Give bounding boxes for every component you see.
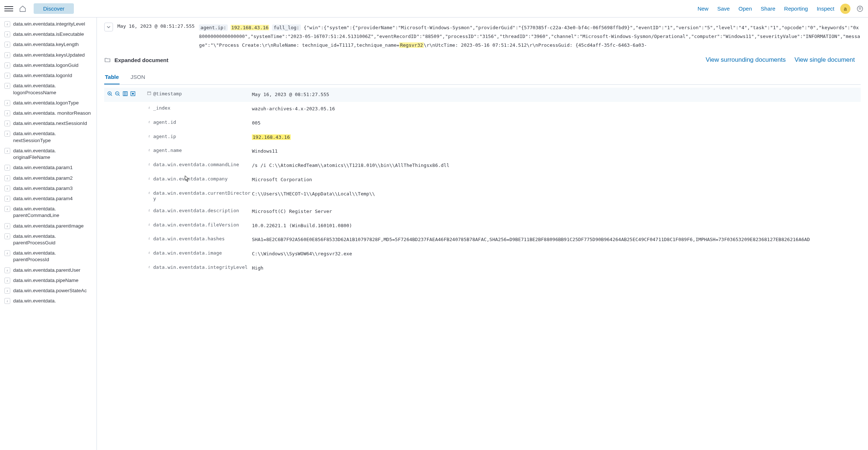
field-name-label: data.win.eventdata.powerStateAc <box>13 287 87 294</box>
field-name-label: data.win.eventdata.keysUpdated <box>13 52 85 58</box>
row-actions <box>104 91 145 96</box>
table-row: tdata.win.eventdata.companyMicrosoft Cor… <box>104 173 861 187</box>
field-item[interactable]: tdata.win.eventdata.parentImage <box>3 221 94 231</box>
doc-timestamp: May 16, 2023 @ 08:51:27.555 <box>117 22 195 29</box>
tab-json[interactable]: JSON <box>130 70 146 84</box>
row-type-icon: t <box>145 250 153 255</box>
topbar: Discover New Save Open Share Reporting I… <box>0 0 868 18</box>
link-save[interactable]: Save <box>717 5 730 12</box>
field-item[interactable]: tdata.win.eventdata.param4 <box>3 194 94 204</box>
field-name-label: data.win.eventdata. originalFileName <box>13 148 92 161</box>
field-item[interactable]: tdata.win.eventdata. nextSessionType <box>3 129 94 145</box>
field-type-icon: t <box>4 267 10 273</box>
row-type-icon: t <box>145 222 153 226</box>
field-item[interactable]: tdata.win.eventdata.param1 <box>3 163 94 173</box>
row-type-icon: t <box>145 148 153 152</box>
row-value: /s /i C:\\AtomicRedTeam\\atomics\\T1218.… <box>252 162 861 169</box>
view-surrounding-link[interactable]: View surrounding documents <box>706 56 786 64</box>
field-name-label: data.win.eventdata.integrityLevel <box>13 21 85 27</box>
field-item[interactable]: tdata.win.eventdata. originalFileName <box>3 146 94 163</box>
row-type-icon: t <box>145 176 153 180</box>
field-item[interactable]: tdata.win.eventdata.integrityLevel <box>3 19 94 29</box>
field-item[interactable]: tdata.win.eventdata.logonType <box>3 98 94 108</box>
field-type-icon: t <box>4 83 10 89</box>
main-content: May 16, 2023 @ 08:51:27.555 agent.ip: 19… <box>97 18 868 450</box>
table-row: tdata.win.eventdata.hashesSHA1=8E2C6B7F9… <box>104 233 861 247</box>
detail-table: @timestampMay 16, 2023 @ 08:51:27.555t_i… <box>97 85 868 283</box>
row-type-icon: t <box>145 134 153 138</box>
field-item[interactable]: tdata.win.eventdata.param3 <box>3 183 94 194</box>
tab-table[interactable]: Table <box>104 70 120 84</box>
row-type-icon: t <box>145 105 153 110</box>
home-icon[interactable] <box>19 5 26 12</box>
field-item[interactable]: tdata.win.eventdata.pipeName <box>3 275 94 286</box>
row-type-icon: t <box>145 162 153 166</box>
link-open[interactable]: Open <box>739 5 752 12</box>
field-item[interactable]: tdata.win.eventdata.parentUser <box>3 265 94 275</box>
field-name-label: data.win.eventdata.param3 <box>13 185 73 192</box>
collapse-toggle[interactable] <box>104 23 113 31</box>
toggle-column-icon[interactable] <box>122 91 128 96</box>
field-name-label: data.win.eventdata.logonType <box>13 100 79 106</box>
table-row: @timestampMay 16, 2023 @ 08:51:27.555 <box>104 88 861 102</box>
field-item[interactable]: tdata.win.eventdata.param2 <box>3 173 94 183</box>
field-item[interactable]: tdata.win.eventdata. parentProcessId <box>3 248 94 265</box>
field-item[interactable]: tdata.win.eventdata.logonId <box>3 70 94 81</box>
field-type-icon: t <box>4 206 10 212</box>
row-type-icon: t <box>145 190 153 195</box>
expanded-doc-header: Expanded document View surrounding docum… <box>97 53 868 66</box>
field-item[interactable]: tdata.win.eventdata.keyLength <box>3 39 94 50</box>
row-key: @timestamp <box>153 91 252 96</box>
link-new[interactable]: New <box>698 5 709 12</box>
table-row: tagent.ip192.168.43.16 <box>104 130 861 145</box>
field-item[interactable]: tdata.win.eventdata.powerStateAc <box>3 286 94 296</box>
source-field-full-log: full_log: <box>272 24 301 31</box>
row-value: Microsoft Corporation <box>252 176 861 184</box>
field-item[interactable]: tdata.win.eventdata. monitorReason <box>3 108 94 118</box>
table-row: tdata.win.eventdata.descriptionMicrosoft… <box>104 205 861 219</box>
field-type-icon: t <box>4 298 10 304</box>
field-type-icon: t <box>4 131 10 137</box>
field-item[interactable]: tdata.win.eventdata.nextSessionId <box>3 118 94 129</box>
hamburger-menu-icon[interactable] <box>4 4 13 13</box>
row-key: data.win.eventdata.fileVersion <box>153 222 252 228</box>
field-item[interactable]: tdata.win.eventdata.isExecutable <box>3 29 94 39</box>
row-key: data.win.eventdata.company <box>153 176 252 182</box>
field-type-icon: t <box>4 186 10 191</box>
field-item[interactable]: tdata.win.eventdata.keysUpdated <box>3 50 94 60</box>
field-item[interactable]: tdata.win.eventdata. logonProcessName <box>3 81 94 98</box>
field-type-icon: t <box>4 223 10 229</box>
field-type-icon: t <box>4 250 10 256</box>
link-share[interactable]: Share <box>761 5 775 12</box>
field-type-icon: t <box>4 110 10 116</box>
field-name-label: data.win.eventdata.param2 <box>13 175 73 182</box>
field-item[interactable]: tdata.win.eventdata.logonGuid <box>3 60 94 70</box>
fields-sidebar[interactable]: tdata.win.eventdata.integrityLeveltdata.… <box>0 18 97 450</box>
field-name-label: data.win.eventdata. monitorReason <box>13 110 91 117</box>
field-item[interactable]: tdata.win.eventdata. <box>3 296 94 306</box>
filter-for-icon[interactable] <box>107 91 113 96</box>
field-type-icon: t <box>4 121 10 126</box>
field-name-label: data.win.eventdata. logonProcessName <box>13 83 92 96</box>
link-inspect[interactable]: Inspect <box>817 5 834 12</box>
view-single-link[interactable]: View single document <box>795 56 855 64</box>
link-reporting[interactable]: Reporting <box>784 5 808 12</box>
field-item[interactable]: tdata.win.eventdata. parentCommandLine <box>3 204 94 221</box>
svg-rect-3 <box>123 92 127 96</box>
row-value: 10.0.22621.1 (WinBuild.160101.0800) <box>252 222 861 230</box>
row-key: data.win.eventdata.image <box>153 250 252 256</box>
newsfeed-icon[interactable] <box>856 5 864 12</box>
folder-open-icon <box>104 57 111 63</box>
row-value: 192.168.43.16 <box>252 134 861 141</box>
field-name-label: data.win.eventdata.logonGuid <box>13 62 79 69</box>
breadcrumb-discover[interactable]: Discover <box>34 3 74 14</box>
field-name-label: data.win.eventdata.isExecutable <box>13 31 84 38</box>
avatar[interactable]: a <box>840 4 850 14</box>
filter-out-icon[interactable] <box>115 91 120 96</box>
field-type-icon: t <box>4 165 10 171</box>
exists-filter-icon[interactable] <box>130 91 136 96</box>
row-key: agent.id <box>153 119 252 125</box>
field-item[interactable]: tdata.win.eventdata. parentProcessGuid <box>3 231 94 248</box>
field-type-icon: t <box>4 196 10 202</box>
table-row: tagent.nameWindows11 <box>104 144 861 159</box>
